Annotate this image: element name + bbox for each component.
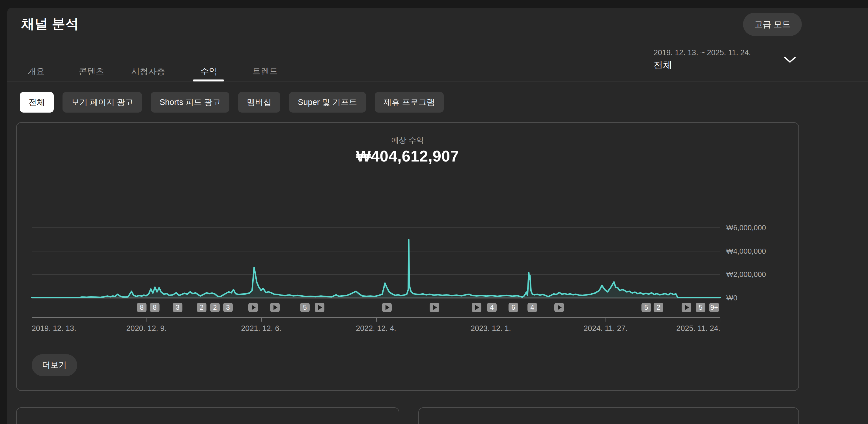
x-axis-tick	[32, 317, 32, 322]
tab-2[interactable]: 콘텐츠	[79, 65, 104, 78]
x-axis-label: 2023. 12. 1.	[471, 324, 511, 333]
x-axis-tick	[376, 317, 377, 322]
revenue-filter-chip-5[interactable]: Super 및 기프트	[289, 92, 366, 113]
revenue-filter-chips: 전체보기 페이지 광고Shorts 피드 광고멤버십Super 및 기프트제휴 …	[20, 92, 444, 113]
video-marker-row: 88322354645259+	[32, 303, 720, 312]
play-icon	[318, 305, 322, 310]
video-marker-count[interactable]: 5	[642, 303, 651, 312]
tabs-divider	[7, 81, 868, 82]
tab-4[interactable]: 수익	[200, 65, 217, 78]
revenue-filter-chip-2[interactable]: 보기 페이지 광고	[62, 92, 142, 113]
chevron-down-icon	[783, 56, 797, 63]
video-marker-count[interactable]: 3	[173, 303, 182, 312]
video-marker-count[interactable]: 5	[300, 303, 310, 312]
tab-5[interactable]: 트렌드	[252, 65, 278, 78]
video-marker-count[interactable]: 2	[197, 303, 207, 312]
page-title: 채널 분석	[21, 15, 79, 33]
video-marker-play[interactable]	[270, 303, 280, 312]
revenue-area-fill	[32, 240, 720, 298]
revenue-filter-chip-4[interactable]: 멤버십	[238, 92, 280, 113]
x-axis-tick	[147, 317, 147, 322]
revenue-chart-plot[interactable]	[32, 221, 720, 298]
x-axis-label: 2022. 12. 4.	[356, 324, 396, 333]
video-marker-count[interactable]: 3	[223, 303, 233, 312]
video-marker-play[interactable]	[430, 303, 439, 312]
metric-label: 예상 수익	[17, 135, 799, 145]
play-icon	[433, 305, 437, 310]
y-axis-label: ₩2,000,000	[726, 270, 766, 279]
video-marker-play[interactable]	[382, 303, 392, 312]
play-icon	[475, 305, 479, 310]
video-marker-count[interactable]: 2	[654, 303, 663, 312]
video-marker-play[interactable]	[682, 303, 691, 312]
video-marker-count[interactable]: 8	[137, 303, 147, 312]
tab-3[interactable]: 시청자층	[131, 65, 165, 78]
secondary-card-right	[418, 407, 799, 424]
metric-value: ₩404,612,907	[17, 147, 799, 165]
x-axis-label: 2024. 11. 27.	[584, 324, 628, 333]
x-axis-tick	[606, 317, 606, 322]
video-marker-play[interactable]	[472, 303, 482, 312]
video-marker-play[interactable]	[315, 303, 324, 312]
video-marker-play[interactable]	[554, 303, 564, 312]
video-marker-count[interactable]: 2	[210, 303, 220, 312]
revenue-filter-chip-3[interactable]: Shorts 피드 광고	[151, 92, 229, 113]
video-marker-count[interactable]: 8	[150, 303, 159, 312]
x-axis-label: 2021. 12. 6.	[241, 324, 281, 333]
see-more-button[interactable]: 더보기	[32, 354, 77, 376]
x-axis-label: 2025. 11. 24.	[676, 324, 720, 333]
play-icon	[274, 305, 277, 310]
x-axis-tick	[491, 317, 491, 322]
video-marker-count[interactable]: 6	[508, 303, 518, 312]
y-axis-label: ₩0	[726, 293, 737, 302]
video-marker-count[interactable]: 4	[527, 303, 537, 312]
x-axis-label: 2019. 12. 13.	[32, 324, 76, 333]
play-icon	[558, 305, 562, 310]
active-tab-underline	[193, 80, 224, 82]
revenue-chart-card: 예상 수익 ₩404,612,907 ₩6,000,000₩4,000,000₩…	[16, 122, 799, 391]
secondary-card-left	[16, 407, 399, 424]
analytics-tabs: 개요콘텐츠시청자층수익트렌드	[7, 63, 868, 82]
video-marker-play[interactable]	[248, 303, 258, 312]
video-marker-count[interactable]: 5	[696, 303, 705, 312]
play-icon	[252, 305, 256, 310]
x-axis-tick	[261, 317, 262, 322]
advanced-mode-button[interactable]: 고급 모드	[743, 13, 802, 36]
x-axis-label: 2020. 12. 9.	[126, 324, 167, 333]
tab-1[interactable]: 개요	[28, 65, 45, 78]
video-marker-count[interactable]: 9+	[709, 303, 719, 312]
y-axis-label: ₩4,000,000	[726, 247, 766, 256]
analytics-panel: 채널 분석 고급 모드 2019. 12. 13. ~ 2025. 11. 24…	[7, 8, 868, 424]
x-axis-tick	[720, 317, 720, 322]
y-axis-label: ₩6,000,000	[726, 223, 766, 232]
video-marker-count[interactable]: 4	[487, 303, 497, 312]
revenue-filter-chip-1[interactable]: 전체	[20, 92, 54, 113]
play-icon	[685, 305, 689, 310]
play-icon	[385, 305, 390, 310]
revenue-filter-chip-6[interactable]: 제휴 프로그램	[375, 92, 444, 113]
